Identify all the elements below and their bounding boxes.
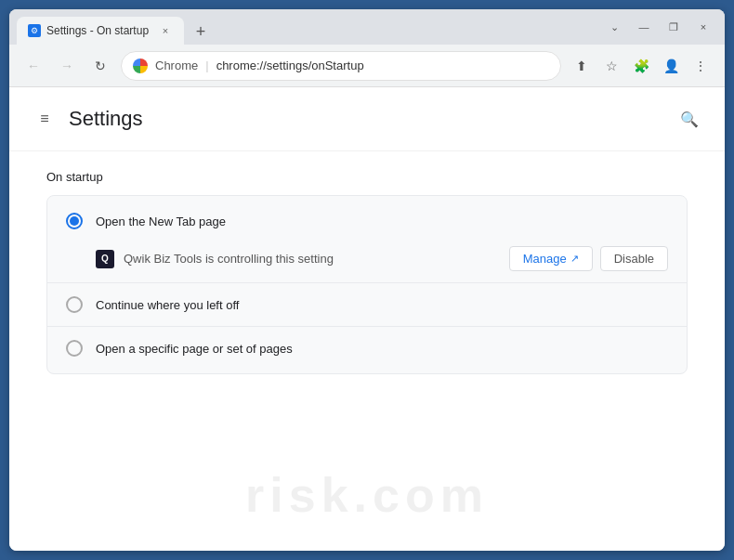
page-wrapper: ≡ Settings 🔍 On startup Open the New Tab…	[9, 87, 725, 551]
radio-specific[interactable]	[66, 340, 83, 357]
manage-label: Manage	[523, 252, 567, 266]
address-brand-text: Chrome	[155, 59, 198, 72]
navigation-bar: ← → ↻ Chrome | chrome://settings/onStart…	[9, 45, 725, 87]
forward-button[interactable]: →	[54, 53, 80, 79]
disable-button[interactable]: Disable	[600, 246, 668, 271]
section-title: On startup	[46, 170, 688, 184]
option-new-tab[interactable]: Open the New Tab page	[47, 203, 687, 239]
active-tab[interactable]: ⚙ Settings - On startup ×	[17, 17, 184, 45]
startup-options-card: Open the New Tab page Q Qwik Biz Tools i…	[46, 195, 688, 374]
chevron-button[interactable]: ⌄	[600, 17, 628, 37]
close-button[interactable]: ×	[689, 17, 717, 37]
option-specific-label: Open a specific page or set of pages	[96, 342, 293, 356]
settings-body: On startup Open the New Tab page Q Qwik …	[9, 151, 725, 551]
new-tab-button[interactable]: +	[188, 19, 214, 45]
radio-new-tab[interactable]	[66, 213, 83, 229]
divider-1	[47, 282, 687, 283]
option-continue-label: Continue where you left off	[96, 298, 239, 312]
address-url-text: chrome://settings/onStartup	[216, 59, 364, 72]
tab-title: Settings - On startup	[46, 24, 152, 37]
maximize-button[interactable]: ❐	[660, 17, 688, 37]
address-divider: |	[205, 59, 208, 72]
settings-page-title: Settings	[69, 107, 673, 131]
bookmark-button[interactable]: ☆	[598, 53, 624, 79]
settings-header: ≡ Settings 🔍	[9, 87, 725, 151]
page-content: ≡ Settings 🔍 On startup Open the New Tab…	[9, 87, 725, 551]
option-continue[interactable]: Continue where you left off	[47, 287, 687, 322]
external-link-icon: ↗	[570, 253, 579, 265]
title-bar: ⚙ Settings - On startup × + ⌄ — ❐ ×	[9, 9, 725, 45]
minimize-button[interactable]: —	[630, 17, 658, 37]
tab-close-button[interactable]: ×	[158, 23, 173, 38]
nav-icon-group: ⬆ ☆ 🧩 👤 ⋮	[569, 53, 714, 79]
tab-area: ⚙ Settings - On startup × +	[17, 9, 600, 45]
settings-search-button[interactable]: 🔍	[673, 102, 706, 136]
radio-continue[interactable]	[66, 296, 83, 313]
extension-row: Q Qwik Biz Tools is controlling this set…	[47, 239, 687, 279]
sidebar-menu-button[interactable]: ≡	[28, 102, 61, 136]
chrome-logo-icon	[133, 59, 148, 73]
profile-button[interactable]: 👤	[658, 53, 684, 79]
option-new-tab-label: Open the New Tab page	[96, 215, 226, 228]
share-button[interactable]: ⬆	[569, 53, 595, 79]
extension-icon: Q	[96, 250, 114, 268]
manage-button[interactable]: Manage ↗	[509, 246, 593, 271]
extensions-button[interactable]: 🧩	[628, 53, 654, 79]
hamburger-icon: ≡	[40, 111, 48, 127]
search-icon: 🔍	[680, 111, 699, 128]
tab-favicon: ⚙	[28, 24, 41, 37]
divider-2	[47, 326, 687, 327]
menu-button[interactable]: ⋮	[688, 53, 714, 79]
reload-button[interactable]: ↻	[87, 53, 113, 79]
disable-label: Disable	[614, 252, 654, 266]
option-specific[interactable]: Open a specific page or set of pages	[47, 331, 687, 366]
extension-actions: Manage ↗ Disable	[509, 246, 668, 271]
extension-message: Qwik Biz Tools is controlling this setti…	[124, 252, 500, 266]
back-button[interactable]: ←	[20, 53, 46, 79]
address-bar[interactable]: Chrome | chrome://settings/onStartup	[121, 51, 561, 81]
window-controls: ⌄ — ❐ ×	[600, 17, 717, 37]
